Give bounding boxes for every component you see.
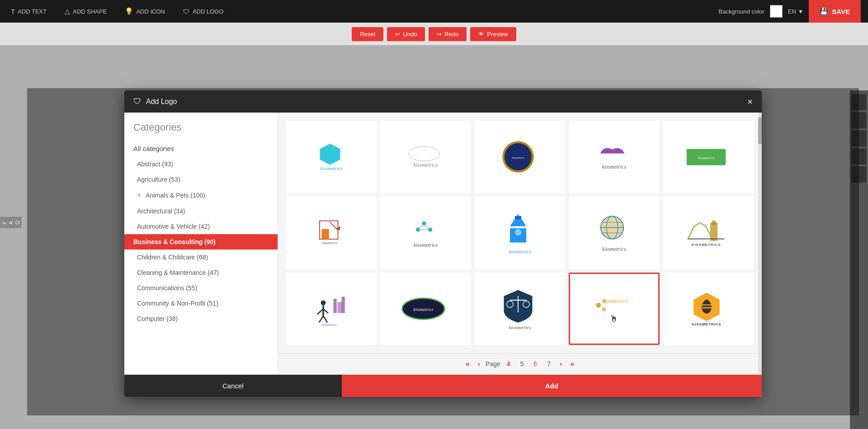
modal-close-button[interactable]: × xyxy=(747,97,753,106)
categories-title: Categories xyxy=(124,122,278,141)
logo-item-6[interactable]: kissmetrics xyxy=(286,197,377,269)
language-selector[interactable]: EN ▼ xyxy=(788,8,804,15)
page-7[interactable]: 7 xyxy=(543,359,554,368)
redo-label: Redo xyxy=(444,31,458,38)
undo-button[interactable]: ↩ Undo xyxy=(387,27,425,41)
svg-text:kissmetrics: kissmetrics xyxy=(322,323,337,327)
shape-icon: △ xyxy=(65,7,70,15)
logo-item-5[interactable]: kissmetrics xyxy=(663,121,754,193)
category-architectural[interactable]: Architectural (34) xyxy=(124,203,278,219)
logo-item-13[interactable]: kissmetrics xyxy=(475,273,565,345)
logo-item-4[interactable]: kissmetrics xyxy=(569,121,659,193)
redo-icon: ↪ xyxy=(437,31,442,38)
next-page-button[interactable]: › xyxy=(557,359,565,369)
bg-color-swatch[interactable] xyxy=(770,5,783,18)
scrollbar-thumb[interactable] xyxy=(758,117,762,144)
page-5[interactable]: 5 xyxy=(517,359,528,368)
logo-item-10[interactable]: KISSMETRICS xyxy=(663,197,754,269)
modal-footer: Cancel Add xyxy=(124,374,762,397)
lightbulb-icon: 💡 xyxy=(125,7,133,15)
svg-rect-30 xyxy=(334,299,337,313)
logo-item-9[interactable]: kissmetrics xyxy=(569,197,659,269)
action-toolbar: Reset ↩ Undo ↪ Redo 👁 Preview xyxy=(0,23,868,45)
canvas-area: F A Q 🛡 Add Logo × Categories xyxy=(0,45,868,429)
category-cleaning[interactable]: Cleaning & Maintenance (47) xyxy=(124,265,278,280)
lang-label: EN xyxy=(788,8,796,15)
modal-title: Add Logo xyxy=(146,98,177,106)
add-icon-button[interactable]: 💡 ADD ICON xyxy=(121,5,169,17)
svg-point-33 xyxy=(321,300,326,305)
preview-button[interactable]: 👁 Preview xyxy=(470,27,516,41)
logo-grid-panel: kissmetrics kissmetrics xyxy=(278,113,762,353)
undo-icon: ↩ xyxy=(395,31,400,38)
svg-text:kissmetrics: kissmetrics xyxy=(413,307,433,312)
save-icon: 💾 xyxy=(820,7,828,15)
svg-point-57 xyxy=(704,299,709,304)
text-icon: T xyxy=(11,8,15,15)
category-automotive[interactable]: Automotive & Vehicle (42) xyxy=(124,219,278,234)
category-computer[interactable]: Computer (38) xyxy=(124,311,278,326)
bg-color-label: Background color xyxy=(719,8,764,15)
svg-marker-0 xyxy=(320,144,340,165)
page-4[interactable]: 4 xyxy=(503,359,514,368)
add-logo-label: ADD LOGO xyxy=(193,8,224,15)
first-page-button[interactable]: « xyxy=(463,359,472,369)
undo-label: Undo xyxy=(403,31,417,38)
svg-rect-32 xyxy=(342,297,345,313)
save-button[interactable]: 💾 SAVE xyxy=(809,0,861,23)
svg-point-49 xyxy=(596,303,601,308)
scrollbar-track xyxy=(758,113,762,374)
logo-item-8[interactable]: kissmetrics xyxy=(475,197,565,269)
svg-text:KISSMETRICS: KISSMETRICS xyxy=(692,322,721,326)
logo-item-3[interactable]: kissmetrics xyxy=(475,121,565,193)
category-agriculture[interactable]: Agriculture (53) xyxy=(124,172,278,187)
shield-icon: 🛡 xyxy=(183,8,190,15)
plus-icon: + xyxy=(137,191,141,199)
page-6[interactable]: 6 xyxy=(530,359,541,368)
svg-line-14 xyxy=(418,223,424,230)
categories-panel: Categories All categories Abstract (93) … xyxy=(124,113,278,374)
logo-item-7[interactable]: kissmetrics xyxy=(380,197,471,269)
svg-line-37 xyxy=(319,316,323,322)
add-logo-button[interactable]: 🛡 ADD LOGO xyxy=(179,6,227,17)
svg-point-51 xyxy=(602,307,606,311)
add-button[interactable]: Add xyxy=(342,375,762,397)
svg-text:KISSMETRICS: KISSMETRICS xyxy=(691,243,721,247)
category-community[interactable]: Community & Non-Profit (51) xyxy=(124,296,278,311)
svg-marker-18 xyxy=(510,214,526,226)
cancel-button[interactable]: Cancel xyxy=(124,375,342,397)
add-shape-button[interactable]: △ ADD SHAPE xyxy=(61,5,110,17)
eye-icon: 👁 xyxy=(478,31,484,38)
category-abstract[interactable]: Abstract (93) xyxy=(124,156,278,172)
add-text-label: ADD TEXT xyxy=(18,8,47,15)
redo-button[interactable]: ↪ Redo xyxy=(429,27,467,41)
svg-text:kissmetrics: kissmetrics xyxy=(512,156,525,159)
logo-item-14-selected[interactable]: kissmetrics 🖱 xyxy=(569,273,659,345)
faq-tab[interactable]: F A Q xyxy=(0,217,22,228)
category-all[interactable]: All categories xyxy=(124,141,278,156)
last-page-button[interactable]: » xyxy=(567,359,577,369)
svg-rect-7 xyxy=(322,229,329,239)
category-children[interactable]: Children & Childcare (68) xyxy=(124,250,278,265)
logo-item-1[interactable]: kissmetrics xyxy=(286,121,377,193)
svg-text:kissmetrics: kissmetrics xyxy=(698,156,714,160)
logo-item-12[interactable]: kissmetrics xyxy=(380,273,471,345)
modal-shield-icon: 🛡 xyxy=(133,97,142,106)
add-shape-label: ADD SHAPE xyxy=(73,8,107,15)
pagination: « ‹ Page 4 5 6 7 › » xyxy=(278,353,762,374)
category-animals[interactable]: + Animals & Pets (100) xyxy=(124,187,278,203)
logo-item-15[interactable]: KISSMETRICS xyxy=(663,273,754,345)
add-text-button[interactable]: T ADD TEXT xyxy=(7,6,50,17)
logo-item-2[interactable]: kissmetrics xyxy=(380,121,471,193)
save-label: SAVE xyxy=(832,8,850,15)
page-label: Page xyxy=(486,360,500,368)
logo-item-11[interactable]: kissmetrics xyxy=(286,273,377,345)
top-toolbar: T ADD TEXT △ ADD SHAPE 💡 ADD ICON 🛡 ADD … xyxy=(0,0,868,23)
svg-point-20 xyxy=(515,229,521,235)
prev-page-button[interactable]: ‹ xyxy=(475,359,483,369)
reset-label: Reset xyxy=(360,31,375,38)
svg-rect-27 xyxy=(712,221,716,225)
category-business[interactable]: Business & Consulting (90) xyxy=(124,234,278,250)
category-communications[interactable]: Communications (55) xyxy=(124,280,278,296)
reset-button[interactable]: Reset xyxy=(352,27,383,41)
